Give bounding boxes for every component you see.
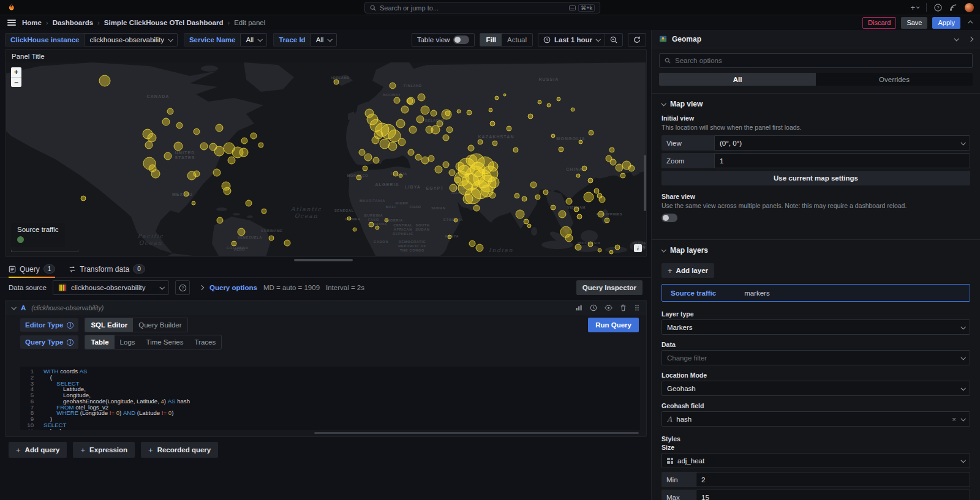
drag-handle-icon[interactable] — [634, 304, 640, 312]
discard-button[interactable]: Discard — [862, 17, 896, 29]
map-marker[interactable] — [488, 177, 499, 188]
map-marker[interactable] — [575, 244, 581, 250]
map-marker[interactable] — [258, 143, 263, 147]
location-mode-select[interactable]: Geohash — [662, 381, 970, 396]
map-marker[interactable] — [488, 162, 498, 171]
map-marker[interactable] — [528, 114, 533, 119]
time-range-picker[interactable]: Last 1 hour — [538, 34, 605, 46]
map-marker[interactable] — [447, 127, 453, 133]
zoom-out-time-button[interactable] — [605, 34, 622, 46]
map-marker[interactable] — [448, 235, 451, 239]
map-marker[interactable] — [415, 154, 421, 160]
map-marker[interactable] — [359, 149, 365, 155]
map-marker[interactable] — [200, 143, 208, 150]
viz-picker-caret[interactable] — [954, 36, 959, 41]
map-marker[interactable] — [559, 211, 566, 218]
chart-icon[interactable] — [575, 304, 582, 312]
map-marker[interactable] — [478, 140, 483, 144]
map-marker[interactable] — [490, 121, 495, 126]
refresh-button[interactable] — [628, 34, 646, 46]
map-marker[interactable] — [162, 118, 170, 125]
panel-options-header[interactable]: Geomap — [652, 30, 980, 48]
min-input[interactable]: 2 — [696, 472, 970, 487]
map-marker[interactable] — [396, 119, 405, 128]
map-marker[interactable] — [579, 140, 582, 144]
map-marker[interactable] — [232, 241, 236, 246]
sql-editor[interactable]: 1WITH coords AS2 (3 SELECT4 Latitude,5 L… — [20, 367, 640, 430]
map-marker[interactable] — [454, 177, 461, 183]
map-marker[interactable] — [176, 122, 183, 129]
help-icon[interactable]: ? — [934, 4, 942, 12]
map-marker[interactable] — [194, 171, 200, 177]
variable-service-name[interactable]: Service Name All — [184, 33, 267, 47]
map-marker[interactable] — [224, 187, 231, 195]
breadcrumb-home[interactable]: Home — [22, 19, 42, 26]
clear-icon[interactable]: × — [952, 416, 956, 423]
map-marker[interactable] — [421, 157, 429, 164]
map-marker[interactable] — [393, 171, 398, 176]
map-marker[interactable] — [217, 217, 223, 223]
map-marker[interactable] — [239, 148, 248, 157]
add-query-button[interactable]: +Add query — [9, 442, 67, 458]
collapse-query-icon[interactable] — [11, 305, 16, 310]
collapse-header-icon[interactable] — [968, 20, 973, 25]
map-marker[interactable] — [495, 96, 499, 100]
grafana-logo[interactable] — [7, 2, 17, 12]
map-marker[interactable] — [588, 242, 593, 247]
map-marker[interactable] — [609, 250, 613, 254]
map-marker[interactable] — [588, 178, 593, 183]
panel-title[interactable]: Panel Title — [6, 50, 646, 62]
menu-toggle-icon[interactable] — [7, 20, 16, 26]
map-marker[interactable] — [375, 226, 379, 229]
map-marker[interactable] — [431, 125, 440, 134]
map-marker[interactable] — [467, 110, 472, 115]
layer-row-source-traffic[interactable]: Source traffic markers — [662, 284, 970, 302]
actual-mode-button[interactable]: Actual — [502, 34, 532, 46]
map-marker[interactable] — [194, 129, 200, 135]
map-marker[interactable] — [557, 97, 560, 101]
query-type-traces[interactable]: Traces — [189, 335, 221, 349]
datasource-picker[interactable]: clickhouse-observability — [53, 280, 169, 295]
map-marker[interactable] — [81, 196, 86, 201]
map-marker[interactable] — [262, 209, 266, 214]
use-current-map-settings-button[interactable]: Use current map settings — [662, 171, 970, 185]
map-marker[interactable] — [527, 224, 531, 228]
expression-button[interactable]: +Expression — [73, 442, 135, 458]
table-view-switch[interactable] — [453, 35, 469, 44]
map-layers-header[interactable]: Map layers — [662, 246, 970, 255]
map-view-header[interactable]: Map view — [662, 100, 970, 108]
map-marker[interactable] — [167, 108, 173, 114]
map-marker[interactable] — [269, 236, 274, 241]
collapse-options-icon[interactable] — [968, 36, 973, 41]
map-marker[interactable] — [615, 245, 620, 250]
tab-transform-data[interactable]: Transform data 0 — [69, 264, 145, 277]
map-marker[interactable] — [492, 141, 497, 146]
info-icon[interactable]: i — [67, 339, 74, 346]
add-layer-button[interactable]: +Add layer — [662, 263, 714, 278]
data-filter-select[interactable]: Change filter — [662, 350, 970, 365]
map-marker[interactable] — [516, 210, 524, 218]
map-marker[interactable] — [99, 75, 110, 86]
map-marker[interactable] — [543, 190, 548, 195]
eye-icon[interactable] — [605, 304, 612, 312]
map-marker[interactable] — [364, 154, 372, 161]
tab-overrides[interactable]: Overrides — [816, 73, 973, 86]
map-marker[interactable] — [347, 217, 351, 220]
map-marker[interactable] — [408, 149, 414, 155]
map-marker[interactable] — [565, 234, 573, 242]
map-marker[interactable] — [284, 240, 290, 246]
datasource-help-button[interactable]: ? — [175, 280, 190, 295]
query-inspector-button[interactable]: Query Inspector — [576, 280, 643, 295]
map-marker[interactable] — [213, 169, 221, 176]
query-row-header[interactable]: A (clickhouse-observability) — [6, 300, 646, 315]
map-marker[interactable] — [421, 106, 429, 114]
editor-hscrollbar[interactable] — [314, 432, 639, 434]
map-zoom-out-button[interactable]: − — [11, 77, 21, 87]
save-button[interactable]: Save — [901, 17, 927, 29]
map-marker[interactable] — [463, 194, 473, 204]
map-marker[interactable] — [238, 228, 245, 236]
map-marker[interactable] — [174, 142, 183, 151]
map-marker[interactable] — [620, 173, 625, 178]
map-marker[interactable] — [469, 241, 475, 247]
map-marker[interactable] — [409, 126, 417, 133]
